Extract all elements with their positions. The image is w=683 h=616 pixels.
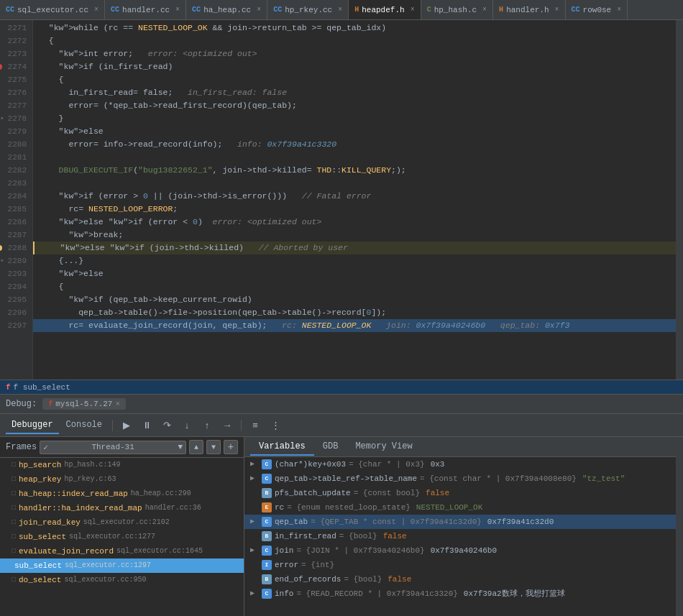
- var-name: info: [275, 587, 293, 601]
- add-frame-button[interactable]: +: [224, 440, 238, 454]
- var-type-icon: C: [262, 474, 272, 484]
- status-bar: f f sub_select: [0, 380, 683, 394]
- var-item-3[interactable]: E rc = {enum nested_loop_state} NESTED_L…: [244, 500, 676, 515]
- var-item-0[interactable]: ▶ C (char*)key+0x03 = {char * | 0x3} 0x3: [244, 457, 676, 472]
- tab-variables[interactable]: Variables: [250, 438, 314, 456]
- line-num-2288: 2288: [0, 242, 32, 254]
- vars-tabs: Variables GDB Memory View: [244, 437, 676, 457]
- code-area: 2271227222732274227522762277▸22782279228…: [0, 20, 683, 380]
- var-item-2[interactable]: B pfs_batch_update = {const bool} false: [244, 486, 676, 500]
- step-out-button[interactable]: ↑: [198, 418, 216, 433]
- tab-console[interactable]: Console: [60, 417, 108, 434]
- frame-item-1[interactable]: □heap_rkey hp_rkey.c:63: [0, 472, 244, 487]
- frame-file: sql_executor.cc:1297: [65, 558, 151, 573]
- tab-debugger[interactable]: Debugger: [6, 417, 59, 434]
- vars-scrollbar[interactable]: [676, 437, 683, 616]
- session-close[interactable]: ×: [115, 400, 120, 408]
- line-num-2281: 2281: [0, 151, 32, 164]
- toolbar-separator-2: [241, 420, 242, 431]
- line-num-2280: 2280: [0, 138, 32, 151]
- frames-label: Frames: [6, 442, 37, 452]
- frames-view-button[interactable]: ≡: [246, 418, 265, 433]
- tab-ha_heap-cc[interactable]: CCha_heap.cc×: [186, 0, 267, 19]
- var-name: in_first_read: [275, 529, 336, 543]
- tab-hp_hash-c[interactable]: Chp_hash.c×: [421, 0, 493, 19]
- var-name: error: [275, 558, 298, 572]
- thread-down-button[interactable]: ▼: [206, 440, 221, 454]
- var-item-9[interactable]: ▶ C info = {READ_RECORD * | 0x7f39a41c33…: [244, 587, 676, 601]
- frame-file: sql_executor.cc:950: [64, 573, 146, 587]
- var-expand-icon: ▶: [250, 515, 259, 529]
- tab-hp_rkey-cc[interactable]: CChp_rkey.cc×: [267, 0, 349, 19]
- tab-memory-view[interactable]: Memory View: [347, 438, 421, 456]
- tab-handler-cc[interactable]: CChandler.cc×: [105, 0, 186, 19]
- frame-file: sql_executor.cc:1277: [69, 530, 155, 544]
- code-line-2277: error= (*qep_tab->read_first_record)(qep…: [33, 99, 676, 112]
- breakpoint-icon: [0, 64, 2, 70]
- var-type-icon: B: [262, 574, 272, 584]
- fold-icon[interactable]: ▸: [1, 254, 5, 267]
- threads-view-button[interactable]: ⋮: [266, 418, 285, 433]
- tab-row0se[interactable]: CCrow0se×: [566, 0, 628, 19]
- frame-item-2[interactable]: □ha_heap::index_read_map ha_heap.cc:290: [0, 487, 244, 501]
- var-type-icon: C: [262, 589, 272, 599]
- tab-gdb[interactable]: GDB: [314, 438, 347, 456]
- code-line-2294: {: [33, 280, 676, 293]
- line-num-2274: 2274: [0, 60, 32, 73]
- code-line-2282: DBUG_EXECUTE_IF("bug13822652_1", join->t…: [33, 164, 676, 177]
- thread-up-button[interactable]: ▲: [189, 440, 203, 454]
- pause-button[interactable]: ⏸: [137, 418, 156, 433]
- var-type-icon: C: [262, 459, 272, 469]
- code-line-2286: "kw">else "kw">if (error < 0) error: <op…: [33, 216, 676, 229]
- tab-heapdef-h[interactable]: Hheapdef.h×: [349, 0, 421, 19]
- var-expand-icon: ▶: [250, 472, 259, 486]
- fold-icon[interactable]: ▸: [1, 112, 5, 125]
- debug-session[interactable]: f mysql-5.7.27 ×: [42, 398, 126, 410]
- line-num-2275: 2275: [0, 73, 32, 86]
- code-scrollbar[interactable]: [676, 20, 683, 380]
- run-to-cursor-button[interactable]: →: [218, 418, 237, 433]
- var-item-4[interactable]: ▶ C qep_tab = {QEP_TAB * const | 0x7f39a…: [244, 515, 676, 529]
- tab-handler-h[interactable]: Hhandler.h×: [493, 0, 565, 19]
- code-content: "kw">while (rc == NESTED_LOOP_OK && join…: [33, 20, 676, 380]
- resume-button[interactable]: ▶: [117, 418, 136, 433]
- var-item-7[interactable]: I error = {int}: [244, 558, 676, 572]
- frame-item-7[interactable]: sub_select sql_executor.cc:1297: [0, 558, 244, 573]
- line-num-2289: ▸2289: [0, 254, 32, 267]
- line-num-2297: 2297: [0, 319, 32, 332]
- thread-dropdown[interactable]: ✓ Thread-31 ▼: [40, 441, 186, 454]
- var-item-8[interactable]: B end_of_records = {bool} false: [244, 572, 676, 587]
- frame-item-5[interactable]: □sub_select sql_executor.cc:1277: [0, 530, 244, 544]
- tab-sql_executor-cc[interactable]: CCsql_executor.cc×: [0, 0, 105, 19]
- step-over-button[interactable]: ↷: [157, 418, 176, 433]
- var-type-icon: B: [262, 531, 272, 541]
- var-type-icon: B: [262, 488, 272, 498]
- code-line-2276: in_first_read= false; in_first_read: fal…: [33, 86, 676, 99]
- var-type-icon: C: [262, 546, 272, 556]
- line-num-2278: ▸2278: [0, 112, 32, 125]
- frame-item-4[interactable]: □join_read_key sql_executor.cc:2102: [0, 515, 244, 530]
- var-value: 0x3: [431, 457, 445, 472]
- frame-item-0[interactable]: □hp_search hp_hash.c:149: [0, 458, 244, 472]
- line-num-2277: 2277: [0, 99, 32, 112]
- var-item-1[interactable]: ▶ C qep_tab->table_ref->table_name = {co…: [244, 472, 676, 486]
- frame-icon: □: [12, 530, 16, 544]
- line-num-2279: 2279: [0, 125, 32, 138]
- var-item-5[interactable]: B in_first_read = {bool} false: [244, 529, 676, 543]
- frame-item-3[interactable]: □handler::ha_index_read_map handler.cc:3…: [0, 501, 244, 515]
- var-type-text: = {QEP_TAB * const | 0x7f39a41c32d0}: [311, 515, 482, 529]
- step-into-button[interactable]: ↓: [178, 418, 196, 433]
- frame-item-8[interactable]: □do_select sql_executor.cc:950: [0, 573, 244, 587]
- frame-fn: handler::ha_index_read_map: [19, 501, 142, 515]
- var-name: join: [275, 543, 293, 558]
- var-type-icon: C: [262, 517, 272, 527]
- frame-fn: sub_select: [19, 530, 66, 544]
- frame-icon: □: [12, 573, 16, 587]
- line-num-2283: 2283: [0, 177, 32, 190]
- line-num-2293: 2293: [0, 267, 32, 280]
- line-num-2295: 2295: [0, 293, 32, 306]
- frame-item-6[interactable]: □evaluate_join_record sql_executor.cc:16…: [0, 544, 244, 558]
- code-line-2279: "kw">else: [33, 125, 676, 138]
- frame-file: ha_heap.cc:290: [131, 487, 191, 501]
- var-item-6[interactable]: ▶ C join = {JOIN * | 0x7f39a40246b0} 0x7…: [244, 543, 676, 558]
